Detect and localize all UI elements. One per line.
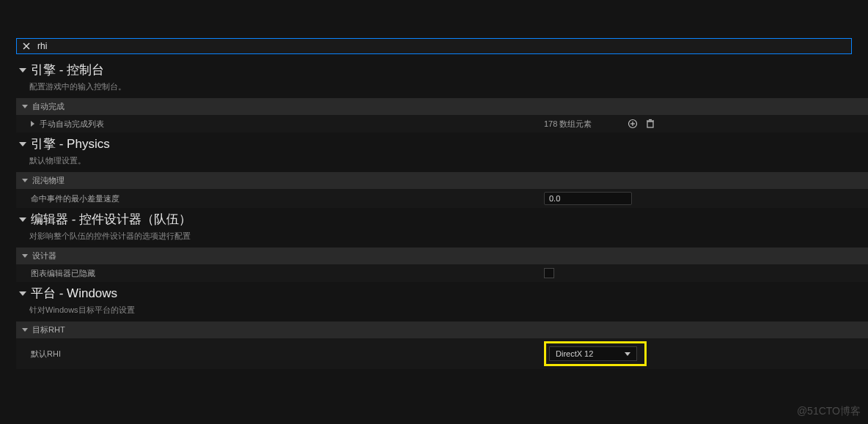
- category-desc: 针对Windows目标平台的设置: [16, 303, 868, 321]
- subcategory-chaos-physics[interactable]: 混沌物理: [16, 172, 868, 189]
- property-label: 手动自动完成列表: [40, 119, 104, 130]
- property-label: 默认RHI: [31, 349, 61, 360]
- expand-icon[interactable]: [22, 179, 28, 182]
- highlight-annotation: DirectX 12: [544, 341, 647, 366]
- category-title: 引擎 - 控制台: [31, 62, 104, 78]
- property-row-manual-autocomplete-list: 手动自动完成列表 178 数组元素: [16, 115, 868, 133]
- numeric-input[interactable]: [544, 192, 632, 205]
- svg-rect-5: [647, 122, 653, 127]
- dropdown-value: DirectX 12: [556, 349, 593, 358]
- category-editor-widget-designer[interactable]: 编辑器 - 控件设计器（队伍）: [16, 208, 868, 229]
- checkbox-input[interactable]: [544, 268, 554, 278]
- clear-array-button[interactable]: [644, 118, 656, 130]
- category-desc: 对影响整个队伍的控件设计器的选项进行配置: [16, 229, 868, 248]
- subcategory-label: 自动完成: [32, 101, 65, 112]
- expand-icon[interactable]: [19, 142, 26, 146]
- array-count: 178 数组元素: [544, 119, 592, 130]
- clear-search-button[interactable]: [21, 41, 32, 51]
- category-title: 平台 - Windows: [31, 285, 117, 302]
- category-title: 编辑器 - 控件设计器（队伍）: [31, 211, 191, 228]
- subcategory-label: 设计器: [32, 250, 56, 261]
- search-bar: [16, 38, 852, 54]
- property-label: 命中事件的最小差量速度: [31, 193, 119, 204]
- category-engine-console[interactable]: 引擎 - 控制台: [16, 59, 868, 80]
- category-desc: 配置游戏中的输入控制台。: [16, 80, 868, 98]
- subcategory-designer[interactable]: 设计器: [16, 248, 868, 264]
- subcategory-label: 混沌物理: [32, 175, 65, 186]
- expand-icon[interactable]: [19, 68, 26, 72]
- expand-icon[interactable]: [31, 121, 34, 127]
- subcategory-autocomplete[interactable]: 自动完成: [16, 98, 868, 115]
- expand-icon[interactable]: [19, 217, 26, 222]
- expand-icon[interactable]: [22, 328, 28, 332]
- subcategory-label: 目标RHT: [32, 324, 65, 335]
- search-input[interactable]: [37, 41, 847, 51]
- subcategory-target-rht[interactable]: 目标RHT: [16, 321, 868, 338]
- expand-icon[interactable]: [19, 291, 26, 296]
- category-platform-windows[interactable]: 平台 - Windows: [16, 282, 868, 303]
- chevron-down-icon: [625, 352, 630, 356]
- category-engine-physics[interactable]: 引擎 - Physics: [16, 133, 868, 154]
- property-row-graph-editor-hidden: 图表编辑器已隐藏: [16, 264, 868, 282]
- expand-icon[interactable]: [22, 254, 28, 258]
- add-element-button[interactable]: [627, 118, 639, 130]
- category-title: 引擎 - Physics: [31, 135, 110, 152]
- watermark: @51CTO博客: [797, 405, 861, 418]
- category-desc: 默认物理设置。: [16, 154, 868, 172]
- property-row-default-rhi: 默认RHI DirectX 12: [16, 338, 868, 369]
- default-rhi-dropdown[interactable]: DirectX 12: [549, 346, 637, 361]
- property-label: 图表编辑器已隐藏: [31, 268, 95, 279]
- expand-icon[interactable]: [22, 105, 28, 108]
- property-row-hit-min-delta-velocity: 命中事件的最小差量速度: [16, 189, 868, 208]
